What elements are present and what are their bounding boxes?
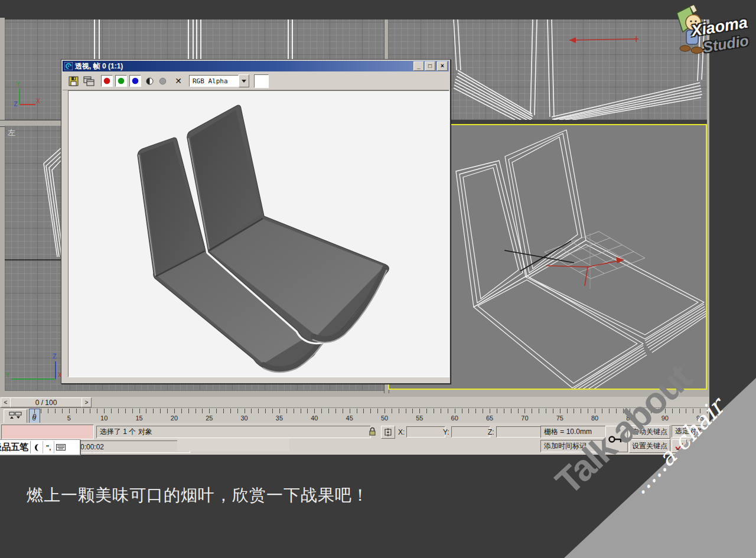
z-coord-field[interactable]: [496, 426, 542, 438]
ruler-tick: [265, 409, 266, 413]
ruler-tick: [588, 409, 588, 413]
ruler-tick: [567, 409, 568, 413]
ruler-frame-label: 10: [100, 415, 107, 422]
ruler-tick: [560, 409, 561, 413]
ruler-tick: [377, 409, 378, 413]
x-coord-field[interactable]: [406, 426, 445, 438]
ruler-tick: [251, 409, 252, 413]
maxscript-mini-listener[interactable]: [1, 425, 94, 439]
ruler-tick: [504, 409, 504, 413]
ruler-tick: [237, 409, 238, 413]
dropdown-arrow-icon[interactable]: [239, 74, 249, 87]
render-window-title: 透视, 帧 0 (1:1): [75, 61, 123, 71]
ruler-tick: [279, 409, 280, 413]
y-coord-field[interactable]: [451, 426, 490, 438]
window-frame-left: [0, 18, 5, 396]
ruler-frame-label: 50: [381, 415, 388, 422]
blue-channel-button[interactable]: [129, 75, 141, 87]
ime-name-label: 极品五笔: [0, 442, 28, 453]
slide-caption: 燃上一颗美味可口的烟叶，欣赏一下战果吧！: [27, 484, 369, 507]
ruler-tick: [335, 409, 336, 413]
ruler-tick: [679, 409, 680, 413]
render-canvas: [68, 90, 449, 377]
ruler-tick: [441, 409, 441, 413]
ime-toolbar[interactable]: 极品五笔 ”,: [0, 439, 80, 455]
ruler-tick: [419, 409, 420, 413]
dimension-line: [569, 36, 638, 43]
ruler-tick: [546, 409, 546, 413]
ruler-tick: [48, 409, 48, 413]
rendered-frame-window[interactable]: 透视, 帧 0 (1:1) _ □ × ✕ RGB Alpha: [61, 59, 451, 384]
ime-mode-moon-icon[interactable]: [30, 441, 43, 453]
z-coord-label: Z:: [488, 428, 494, 436]
ruler-tick: [125, 409, 126, 413]
ruler-tick: [468, 409, 469, 413]
ruler-tick: [132, 409, 133, 413]
ruler-tick: [97, 409, 97, 413]
ruler-tick: [223, 409, 224, 413]
axis-y-label: Y: [16, 81, 21, 87]
next-frame-button[interactable]: >: [82, 397, 92, 407]
axis-tripod-left: Z Y X: [5, 353, 62, 379]
absolute-offset-toggle[interactable]: [381, 426, 395, 439]
time-slider-strip: < 0 / 100 >: [0, 397, 709, 407]
y-coord-label: Y:: [443, 428, 449, 436]
axis-z-label: Z: [14, 101, 18, 107]
ruler-tick: [139, 409, 140, 413]
ruler-frame-label: 55: [416, 415, 423, 422]
render-window-titlebar[interactable]: 透视, 帧 0 (1:1) _ □ ×: [63, 61, 449, 71]
ruler-frame-label: 65: [486, 415, 493, 422]
clear-button[interactable]: ✕: [173, 76, 184, 86]
ime-keyboard-icon[interactable]: [54, 441, 67, 453]
channel-select-dropdown[interactable]: RGB Alpha: [189, 75, 239, 87]
ruler-frame-label: 0: [32, 415, 35, 422]
ruler-tick: [41, 409, 41, 413]
ruler-frame-label: 45: [346, 415, 353, 422]
ruler-frame-label: 35: [276, 415, 283, 422]
ruler-frame-label: 40: [311, 415, 318, 422]
ruler-tick: [230, 409, 231, 413]
axis-tripod-front: Y X Z: [14, 81, 40, 107]
ruler-tick: [272, 409, 273, 413]
green-channel-button[interactable]: [115, 75, 127, 87]
creation-grid: [545, 231, 645, 279]
ruler-tick: [524, 409, 525, 413]
ruler-tick: [216, 409, 217, 413]
ruler-tick: [174, 409, 175, 413]
background-color-swatch[interactable]: [254, 74, 269, 88]
ruler-frame-label: 30: [240, 415, 247, 422]
prompt-line: [177, 438, 289, 451]
ruler-tick: [370, 409, 371, 413]
selection-lock-icon[interactable]: [369, 427, 376, 436]
ruler-tick: [462, 409, 462, 413]
ruler-tick: [595, 409, 595, 413]
ruler-tick: [153, 409, 154, 413]
ruler-frame-label: 75: [556, 415, 563, 422]
minimize-button[interactable]: _: [413, 61, 424, 71]
previous-frame-button[interactable]: <: [1, 397, 11, 407]
ruler-frame-label: 5: [67, 415, 71, 422]
alpha-channel-button[interactable]: [157, 76, 168, 86]
ruler-tick: [321, 409, 322, 413]
maximize-button[interactable]: □: [425, 61, 435, 71]
ruler-frame-label: 60: [451, 415, 458, 422]
ruler-tick: [357, 409, 357, 413]
close-button[interactable]: ×: [437, 61, 448, 71]
ruler-frame-label: 70: [521, 415, 528, 422]
ime-punctuation-button[interactable]: ”,: [43, 441, 54, 453]
ruler-tick: [406, 409, 406, 413]
ruler-tick: [160, 409, 161, 413]
red-channel-button[interactable]: [101, 75, 113, 87]
clone-window-icon[interactable]: [83, 76, 95, 86]
monochrome-button[interactable]: [144, 76, 155, 86]
ruler-tick: [104, 409, 105, 413]
ruler-tick: [301, 409, 301, 413]
ruler-tick: [209, 409, 210, 413]
ruler-tick: [553, 409, 553, 413]
ruler-tick: [258, 409, 259, 413]
ruler-tick: [167, 409, 168, 413]
ruler-tick: [518, 409, 519, 413]
ruler-tick: [573, 409, 574, 413]
time-slider[interactable]: 0 / 100: [10, 397, 82, 407]
save-bitmap-icon[interactable]: [69, 76, 79, 86]
